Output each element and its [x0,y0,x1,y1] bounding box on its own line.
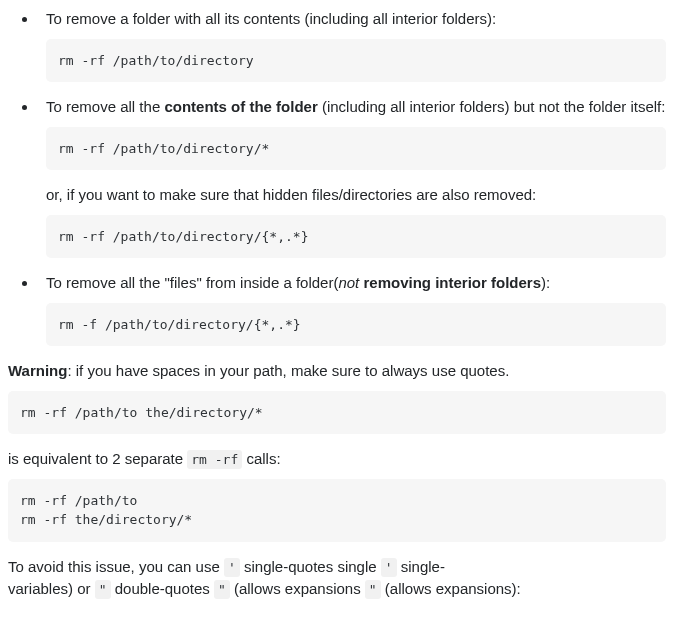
text: (allows expansions [230,580,365,597]
avoid-paragraph: To avoid this issue, you can use ' singl… [8,556,666,601]
text: single- [397,558,445,575]
text: single [337,558,380,575]
text: variables) or [8,580,95,597]
text: To remove all the [46,98,164,115]
bold-text: contents of the folder [164,98,317,115]
text: double-quotes [111,580,214,597]
code-block: rm -rf /path/to/directory/* [46,127,666,171]
code-block: rm -rf /path/to/directory [46,39,666,83]
code-block: rm -rf /path/to the/directory/* [8,391,666,435]
inline-code: " [214,580,230,599]
equiv-paragraph: is equivalent to 2 separate rm -rf calls… [8,448,666,471]
text: To avoid this issue, you can use [8,558,224,575]
code-block: rm -rf /path/to/directory/{*,.*} [46,215,666,259]
warning-paragraph: Warning: if you have spaces in your path… [8,360,666,383]
text: (allows expansions): [381,580,521,597]
code-block: rm -rf /path/to rm -rf the/directory/* [8,479,666,542]
text: is equivalent to 2 separate [8,450,187,467]
text: (including all interior folders) but not… [318,98,666,115]
code: rm -rf /path/to/directory [58,53,254,68]
item-or-text: or, if you want to make sure that hidden… [46,184,666,207]
item-text: To remove all the "files" from inside a … [46,272,666,295]
text: calls: [242,450,280,467]
inline-code: rm -rf [187,450,242,469]
instruction-list: To remove a folder with all its contents… [8,8,666,346]
warning-text: : if you have spaces in your path, make … [67,362,509,379]
inline-code: " [95,580,111,599]
list-item: To remove a folder with all its contents… [38,8,666,82]
italic-text: not [338,274,359,291]
inline-code: " [365,580,381,599]
code: rm -rf /path/to rm -rf the/directory/* [20,493,192,528]
bold-text: removing interior folders [359,274,541,291]
list-item: To remove all the contents of the folder… [38,96,666,258]
code: rm -rf /path/to the/directory/* [20,405,263,420]
text: ): [541,274,550,291]
code: rm -f /path/to/directory/{*,.*} [58,317,301,332]
item-text: To remove a folder with all its contents… [46,8,666,31]
warning-label: Warning [8,362,67,379]
inline-code: ' [224,558,240,577]
code: rm -rf /path/to/directory/{*,.*} [58,229,308,244]
inline-code: ' [381,558,397,577]
code-block: rm -f /path/to/directory/{*,.*} [46,303,666,347]
list-item: To remove all the "files" from inside a … [38,272,666,346]
code: rm -rf /path/to/directory/* [58,141,269,156]
text: single-quotes [240,558,333,575]
item-text: To remove all the contents of the folder… [46,96,666,119]
text: To remove all the "files" from inside a … [46,274,338,291]
